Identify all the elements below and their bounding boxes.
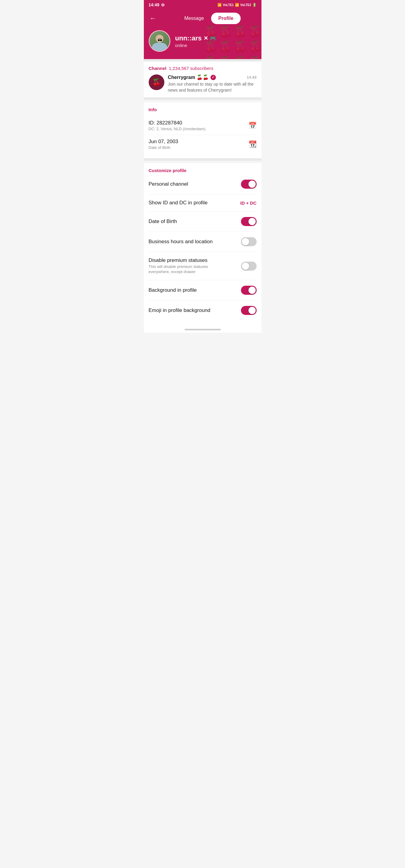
channel-icon-emoji: 🍒 (152, 78, 161, 87)
channel-name-row: Cherrygram 🍒🍒 ✓ 14:49 (168, 74, 257, 80)
avatar[interactable]: 🕶 (149, 30, 170, 52)
divider-1 (144, 59, 261, 61)
channel-header: Channel 1,234,567 subscribers (149, 66, 257, 71)
customize-section: Customize profile Personal channelShow I… (144, 163, 261, 325)
setting-text-business-hours: Business hours and location (149, 239, 213, 245)
toggle-disable-premium[interactable] (241, 261, 257, 271)
customize-section-title: Customize profile (149, 168, 257, 173)
setting-label-personal-channel: Personal channel (149, 181, 188, 187)
setting-text-emoji-background: Emoji in profile background (149, 307, 210, 313)
info-section: Info ID: 282287840 DC: 2, Venus, NLD (Am… (144, 102, 261, 158)
info-dob-value: Jun 07, 2003 (149, 138, 178, 145)
toggle-knob-emoji-background (249, 307, 256, 314)
toggle-background-profile[interactable] (241, 286, 257, 295)
setting-text-show-id-dc: Show ID and DC in profile (149, 200, 208, 206)
settings-list: Personal channelShow ID and DC in profil… (149, 174, 257, 320)
scroll-bar (184, 329, 221, 330)
setting-row-personal-channel[interactable]: Personal channel (149, 174, 257, 194)
setting-text-personal-channel: Personal channel (149, 181, 188, 187)
channel-subscriber-count: 1,234,567 subscribers (169, 66, 213, 71)
header: ← Message Profile (144, 10, 261, 24)
profile-status: online (175, 43, 216, 48)
setting-row-date-of-birth[interactable]: Date of Birth (149, 212, 257, 232)
channel-content: Cherrygram 🍒🍒 ✓ 14:49 Join our channel t… (168, 74, 257, 93)
setting-row-background-profile[interactable]: Background in profile (149, 280, 257, 301)
setting-value-show-id-dc: ID + DC (240, 200, 257, 206)
setting-label-background-profile: Background in profile (149, 287, 197, 293)
setting-text-date-of-birth: Date of Birth (149, 218, 177, 224)
info-id-main: ID: 282287840 DC: 2, Venus, NLD (Amsterd… (149, 120, 206, 131)
profile-info: unn::ars ✕ 🎮 online (175, 34, 216, 48)
toggle-personal-channel[interactable] (241, 180, 257, 189)
toggle-business-hours[interactable] (241, 237, 257, 246)
status-bar: 14:49 ⊖ 📶 VoLTE1 📶 VoLTE2 🔋 (144, 0, 261, 10)
toggle-knob-background-profile (249, 287, 256, 294)
signal1-icon: 📶 (235, 3, 239, 7)
channel-section: Channel 1,234,567 subscribers 🍒 Cherrygr… (144, 61, 261, 97)
channel-icon: 🍒 (149, 74, 164, 90)
add-calendar-icon: 📆 (249, 141, 257, 148)
battery-icon: 🔋 (253, 3, 257, 7)
profile-hero: 🕶 unn::ars ✕ 🎮 online (144, 24, 261, 59)
divider-2 (144, 97, 261, 100)
channel-name-area: Cherrygram 🍒🍒 ✓ (168, 74, 216, 80)
back-button[interactable]: ← (149, 13, 158, 24)
setting-row-show-id-dc[interactable]: Show ID and DC in profileID + DC (149, 194, 257, 212)
channel-time: 14:49 (247, 75, 257, 80)
profile-name-icons: ✕ 🎮 (204, 35, 216, 41)
setting-label-show-id-dc: Show ID and DC in profile (149, 200, 208, 206)
toggle-knob-business-hours (242, 238, 249, 245)
channel-section-title: Channel (149, 66, 167, 71)
calendar-icon: 📅 (249, 122, 257, 130)
info-dob-label: Date of Birth (149, 145, 178, 150)
verified-badge-icon: ✓ (210, 75, 216, 80)
toggle-knob-personal-channel (249, 181, 256, 188)
setting-label-disable-premium: Disable premium statuses (149, 257, 227, 264)
toggle-emoji-background[interactable] (241, 306, 257, 315)
channel-name-text: Cherrygram 🍒🍒 (168, 74, 209, 80)
info-dob-main: Jun 07, 2003 Date of Birth (149, 138, 178, 150)
info-id-row[interactable]: ID: 282287840 DC: 2, Venus, NLD (Amsterd… (149, 116, 257, 135)
status-time-area: 14:49 ⊖ (149, 2, 165, 7)
dnd-icon: ⊖ (161, 2, 165, 7)
lte2-label: VoLTE2 (240, 3, 251, 7)
wifi-icon: 📶 (218, 3, 222, 7)
toggle-knob-date-of-birth (249, 218, 256, 225)
setting-label-emoji-background: Emoji in profile background (149, 307, 210, 313)
info-dob-row[interactable]: Jun 07, 2003 Date of Birth 📆 (149, 135, 257, 153)
lte1-label: VoLTE1 (223, 3, 234, 7)
tab-message[interactable]: Message (177, 13, 211, 24)
channel-description: Join our channel to stay up to date with… (168, 82, 257, 93)
setting-label-business-hours: Business hours and location (149, 239, 213, 245)
profile-username: unn::ars (175, 34, 202, 42)
channel-item[interactable]: 🍒 Cherrygram 🍒🍒 ✓ 14:49 Join our channel… (149, 74, 257, 93)
setting-row-disable-premium[interactable]: Disable premium statusesThis will disabl… (149, 252, 257, 280)
divider-3 (144, 158, 261, 161)
profile-name-row: unn::ars ✕ 🎮 (175, 34, 216, 42)
time-display: 14:49 (149, 2, 160, 7)
scroll-indicator (144, 325, 261, 333)
setting-row-business-hours[interactable]: Business hours and location (149, 232, 257, 252)
toggle-knob-disable-premium (242, 262, 249, 270)
info-id-value: ID: 282287840 (149, 120, 206, 126)
setting-label-date-of-birth: Date of Birth (149, 218, 177, 224)
status-icons-area: 📶 VoLTE1 📶 VoLTE2 🔋 (218, 3, 257, 7)
setting-text-disable-premium: Disable premium statusesThis will disabl… (149, 257, 227, 275)
tab-profile[interactable]: Profile (211, 13, 241, 24)
setting-text-background-profile: Background in profile (149, 287, 197, 293)
avatar-sunglasses-icon: 🕶 (158, 38, 161, 42)
toggle-date-of-birth[interactable] (241, 217, 257, 226)
header-tabs: Message Profile (161, 13, 257, 24)
info-section-title: Info (149, 107, 257, 112)
setting-sublabel-disable-premium: This will disable premium statuses every… (149, 264, 227, 275)
info-dc-value: DC: 2, Venus, NLD (Amsterdam) (149, 127, 206, 131)
setting-row-emoji-background[interactable]: Emoji in profile background (149, 301, 257, 320)
